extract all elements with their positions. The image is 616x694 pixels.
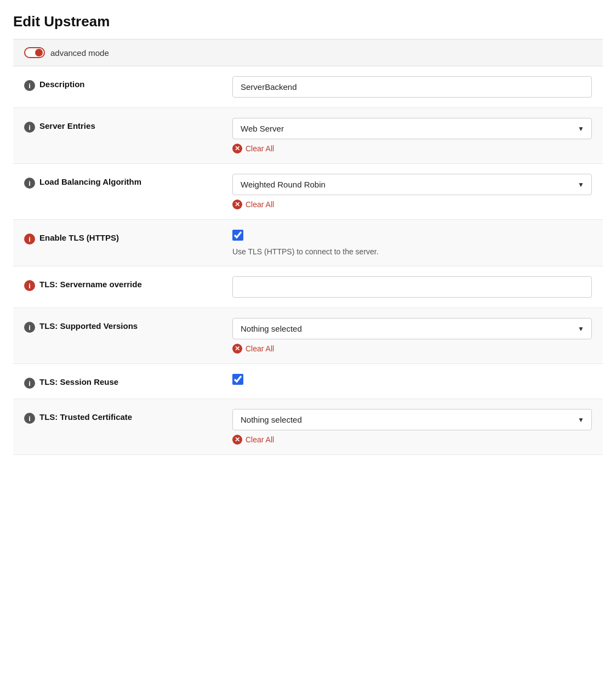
- tls-supported-versions-label-col: i TLS: Supported Versions: [24, 318, 232, 333]
- tls-supported-versions-input-col: Nothing selected TLSv1.2 TLSv1.3 ▼ ✕ Cle…: [232, 318, 592, 354]
- server-entries-label: Server Entries: [39, 121, 95, 130]
- tls-trusted-cert-row: i TLS: Trusted Certificate Nothing selec…: [13, 399, 603, 455]
- enable-tls-label-col: i Enable TLS (HTTPS): [24, 230, 232, 244]
- description-label: Description: [39, 79, 85, 89]
- load-balancing-row: i Load Balancing Algorithm Weighted Roun…: [13, 164, 603, 220]
- description-info-icon: i: [24, 80, 35, 91]
- tls-servername-info-icon: i: [24, 280, 35, 291]
- page-container: Edit Upstream advanced mode i Descriptio…: [0, 0, 616, 477]
- load-balancing-select[interactable]: Weighted Round Robin Round Robin Least C…: [232, 174, 592, 195]
- tls-trusted-cert-clear-icon: ✕: [232, 435, 242, 445]
- load-balancing-select-wrapper: Weighted Round Robin Round Robin Least C…: [232, 174, 592, 195]
- tls-session-reuse-input-col: [232, 374, 592, 385]
- tls-trusted-cert-clear-row: ✕ Clear All: [232, 435, 592, 445]
- enable-tls-hint: Use TLS (HTTPS) to connect to the server…: [232, 247, 592, 256]
- tls-session-reuse-info-icon: i: [24, 378, 35, 389]
- tls-supported-versions-clear-icon: ✕: [232, 344, 242, 354]
- enable-tls-label: Enable TLS (HTTPS): [39, 233, 119, 242]
- tls-trusted-cert-select[interactable]: Nothing selected: [232, 409, 592, 430]
- server-entries-label-col: i Server Entries: [24, 118, 232, 133]
- toggle-thumb: [35, 49, 43, 56]
- server-entries-clear-row: ✕ Clear All: [232, 144, 592, 153]
- advanced-mode-row: advanced mode: [13, 39, 603, 66]
- advanced-mode-label: advanced mode: [50, 48, 109, 58]
- load-balancing-clear-all[interactable]: Clear All: [246, 200, 274, 209]
- tls-servername-input[interactable]: [232, 276, 592, 298]
- tls-trusted-cert-info-icon: i: [24, 413, 35, 424]
- description-input-col: [232, 76, 592, 98]
- tls-session-reuse-label: TLS: Session Reuse: [39, 377, 118, 386]
- page-title: Edit Upstream: [13, 13, 603, 30]
- server-entries-select[interactable]: Web Server Database Server Cache Server: [232, 118, 592, 139]
- server-entries-input-col: Web Server Database Server Cache Server …: [232, 118, 592, 153]
- load-balancing-info-icon: i: [24, 178, 35, 189]
- tls-session-reuse-label-col: i TLS: Session Reuse: [24, 374, 232, 389]
- tls-trusted-cert-label: TLS: Trusted Certificate: [39, 412, 132, 422]
- tls-trusted-cert-input-col: Nothing selected ▼ ✕ Clear All: [232, 409, 592, 445]
- tls-servername-label-col: i TLS: Servername override: [24, 276, 232, 291]
- tls-session-reuse-row: i TLS: Session Reuse: [13, 364, 603, 399]
- description-label-col: i Description: [24, 76, 232, 91]
- tls-servername-label: TLS: Servername override: [39, 280, 142, 289]
- load-balancing-label: Load Balancing Algorithm: [39, 177, 141, 186]
- enable-tls-input-col: Use TLS (HTTPS) to connect to the server…: [232, 230, 592, 256]
- enable-tls-checkbox[interactable]: [232, 230, 243, 241]
- load-balancing-input-col: Weighted Round Robin Round Robin Least C…: [232, 174, 592, 209]
- load-balancing-label-col: i Load Balancing Algorithm: [24, 174, 232, 189]
- tls-trusted-cert-label-col: i TLS: Trusted Certificate: [24, 409, 232, 424]
- tls-servername-row: i TLS: Servername override: [13, 266, 603, 308]
- description-input[interactable]: [232, 76, 592, 98]
- tls-session-reuse-checkbox[interactable]: [232, 374, 243, 385]
- tls-servername-input-col: [232, 276, 592, 298]
- tls-trusted-cert-clear-all[interactable]: Clear All: [246, 435, 274, 444]
- tls-supported-versions-select-wrapper: Nothing selected TLSv1.2 TLSv1.3 ▼: [232, 318, 592, 339]
- enable-tls-row: i Enable TLS (HTTPS) Use TLS (HTTPS) to …: [13, 220, 603, 266]
- enable-tls-info-icon: i: [24, 234, 35, 244]
- tls-trusted-cert-select-wrapper: Nothing selected ▼: [232, 409, 592, 430]
- server-entries-clear-icon: ✕: [232, 144, 242, 153]
- server-entries-select-wrapper: Web Server Database Server Cache Server …: [232, 118, 592, 139]
- tls-supported-versions-label: TLS: Supported Versions: [39, 321, 138, 331]
- tls-supported-versions-info-icon: i: [24, 322, 35, 333]
- tls-supported-versions-clear-all[interactable]: Clear All: [246, 344, 274, 353]
- description-row: i Description: [13, 66, 603, 108]
- server-entries-info-icon: i: [24, 122, 35, 133]
- load-balancing-clear-icon: ✕: [232, 200, 242, 209]
- tls-supported-versions-select[interactable]: Nothing selected TLSv1.2 TLSv1.3: [232, 318, 592, 339]
- tls-supported-versions-row: i TLS: Supported Versions Nothing select…: [13, 308, 603, 364]
- tls-supported-versions-clear-row: ✕ Clear All: [232, 344, 592, 354]
- advanced-mode-toggle[interactable]: [24, 47, 45, 58]
- server-entries-row: i Server Entries Web Server Database Ser…: [13, 108, 603, 164]
- server-entries-clear-all[interactable]: Clear All: [246, 144, 274, 153]
- load-balancing-clear-row: ✕ Clear All: [232, 200, 592, 209]
